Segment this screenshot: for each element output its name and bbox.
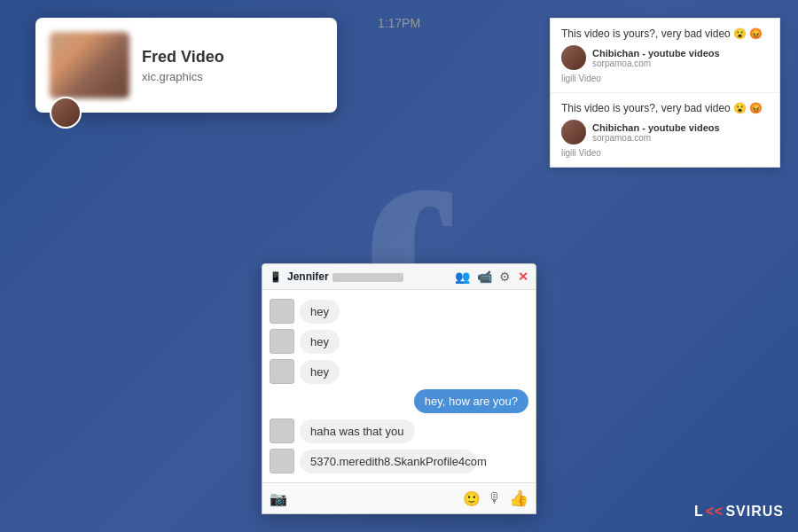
message-row-5: haha was that you [270, 419, 528, 443]
spam-channel-info-1: Chibichan - youtube videos sorpamoa.com [592, 48, 720, 68]
video-card: Fred Video xic.graphics [35, 18, 337, 113]
settings-icon[interactable]: ⚙ [499, 270, 511, 284]
close-icon[interactable]: ✕ [518, 270, 528, 284]
spam-item-2: This video is yours?, very bad video 😮 😡… [551, 93, 779, 167]
avatar-3 [270, 359, 294, 384]
spam-channel-url-1: sorpamoa.com [592, 59, 720, 68]
message-bubble-4: hey, how are you? [414, 389, 528, 413]
message-bubble-3: hey [300, 360, 340, 384]
spam-channel-name-2: Chibichan - youtube videos [592, 122, 720, 133]
mic-icon[interactable]: 🎙 [488, 490, 502, 506]
message-bubble-5: haha was that you [300, 419, 415, 443]
emoji-icon[interactable]: 🙂 [463, 490, 481, 507]
time-label: 1:17PM [378, 16, 420, 30]
avatar-6 [270, 449, 294, 473]
spam-avatar-1 [561, 45, 586, 70]
spam-panel: This video is yours?, very bad video 😮 😡… [550, 18, 780, 168]
messenger-contact-name: Jennifer [287, 270, 450, 283]
message-row-3: hey [270, 359, 528, 384]
watermark: L << SVIRUS [694, 504, 784, 520]
video-card-avatar [50, 97, 82, 129]
messenger-body: hey hey hey hey, how are you? haha was t… [262, 290, 536, 482]
add-people-icon[interactable]: 👥 [455, 270, 470, 284]
video-url: xic.graphics [142, 70, 323, 83]
watermark-virus: SVIRUS [725, 504, 784, 520]
spam-text-2: This video is yours?, very bad video 😮 😡 [561, 102, 769, 114]
spam-channel-url-2: sorpamoa.com [592, 133, 720, 143]
spam-channel-row-2: Chibichan - youtube videos sorpamoa.com [561, 120, 769, 145]
messenger-window: 📱 Jennifer 👥 📹 ⚙ ✕ hey hey hey hey, how [262, 263, 536, 514]
video-info: Fred Video xic.graphics [142, 48, 323, 83]
like-icon[interactable]: 👍 [509, 489, 528, 508]
spam-avatar-2 [561, 120, 586, 145]
spam-item-1: This video is yours?, very bad video 😮 😡… [551, 19, 779, 93]
message-row-4: hey, how are you? [270, 389, 528, 413]
spam-channel-row-1: Chibichan - youtube videos sorpamoa.com [561, 45, 769, 70]
message-row-2: hey [270, 329, 528, 354]
avatar-1 [270, 299, 294, 324]
phone-icon: 📱 [270, 271, 282, 283]
video-thumbnail [50, 32, 129, 98]
video-call-icon[interactable]: 📹 [477, 270, 492, 284]
video-title: Fred Video [142, 48, 323, 66]
message-bubble-2: hey [300, 330, 340, 354]
camera-icon[interactable]: 📷 [270, 490, 287, 507]
messenger-header: 📱 Jennifer 👥 📹 ⚙ ✕ [262, 264, 536, 290]
watermark-l: L [694, 504, 704, 520]
spam-tag-1: ligili Video [561, 74, 769, 83]
message-bubble-6: 5370.meredith8.SkankProfile4com [300, 450, 477, 473]
message-row-1: hey [270, 299, 528, 324]
messenger-footer: 📷 🙂 🎙 👍 [262, 482, 536, 513]
spam-text-1: This video is yours?, very bad video 😮 😡 [561, 27, 769, 40]
messenger-actions: 👥 📹 ⚙ ✕ [455, 270, 528, 284]
spam-channel-info-2: Chibichan - youtube videos sorpamoa.com [592, 122, 720, 143]
spam-channel-name-1: Chibichan - youtube videos [592, 48, 720, 59]
avatar-2 [270, 329, 294, 354]
message-bubble-1: hey [300, 300, 340, 324]
spam-tag-2: ligili Video [561, 148, 769, 158]
watermark-arrows: << [706, 504, 724, 520]
avatar-5 [270, 419, 294, 443]
message-row-6: 5370.meredith8.SkankProfile4com [270, 449, 528, 473]
